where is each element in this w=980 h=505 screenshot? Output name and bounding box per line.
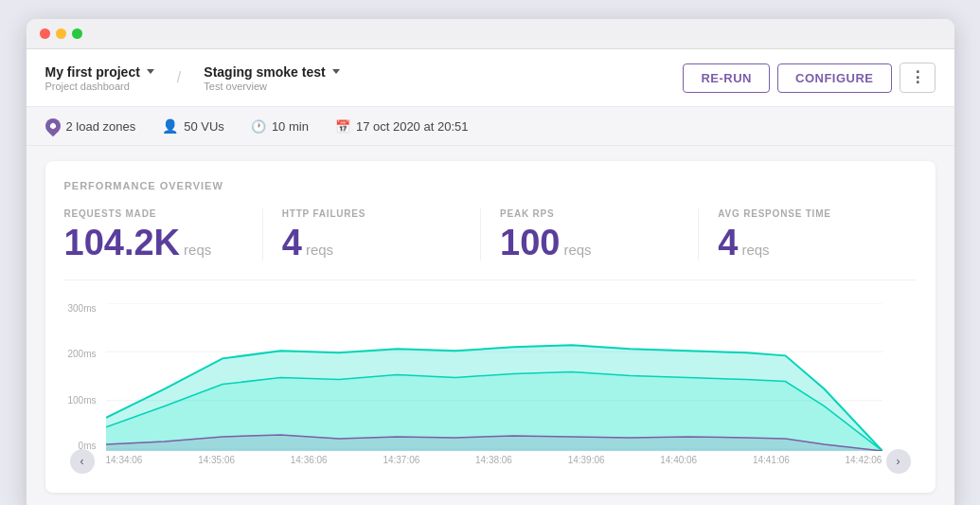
x-label-0: 14:34:06 [106,455,143,474]
window-close-dot[interactable] [40,28,50,39]
stat-rps-label: PEAK RPS [500,208,679,219]
title-bar [27,19,954,49]
chart-prev-button[interactable]: ‹ [70,449,95,474]
vus-item: 👤 50 VUs [162,118,224,134]
calendar-icon: 📅 [335,119,350,134]
header-breadcrumb: My first project Project dashboard / Sta… [45,64,340,92]
location-icon [45,118,61,134]
x-label-2: 14:36:06 [291,455,328,474]
stat-rps-value: 100 reqs [500,225,679,261]
x-label-6: 14:40:06 [660,455,697,474]
stat-http-failures: HTTP FAILURES 4 reqs [282,208,481,261]
project-breadcrumb[interactable]: My first project Project dashboard [45,64,154,92]
stats-row: REQUESTS MADE 104.2K reqs HTTP FAILURES … [64,208,917,280]
more-button[interactable]: ⋮ [900,63,935,93]
vus-label: 50 VUs [184,119,224,134]
stat-requests-made: REQUESTS MADE 104.2K reqs [64,208,263,261]
y-label-200: 200ms [64,349,102,359]
test-chevron-icon [332,69,340,74]
stat-response-label: AVG RESPONSE TIME [718,208,897,219]
y-label-100: 100ms [64,395,102,406]
stat-failures-label: HTTP FAILURES [282,208,461,219]
project-chevron-icon [147,69,154,74]
chart-plot [106,303,882,451]
y-label-300: 300ms [64,303,102,314]
load-zones-item: 2 load zones [45,118,136,134]
load-zones-label: 2 load zones [66,119,136,134]
stat-peak-rps: PEAK RPS 100 reqs [500,208,699,261]
chart-x-axis: 14:34:06 14:35:06 14:36:06 14:37:06 14:3… [106,455,882,474]
test-breadcrumb[interactable]: Staging smoke test Test overview [204,64,339,92]
chart-area: 300ms 200ms 100ms 0ms [64,303,917,474]
stat-response-value: 4 reqs [718,225,897,261]
meta-bar: 2 load zones 👤 50 VUs 🕐 10 min 📅 17 oct … [27,107,954,146]
x-label-3: 14:37:06 [383,455,419,474]
duration-label: 10 min [272,119,309,134]
breadcrumb-divider: / [177,69,181,86]
header-actions: RE-RUN CONFIGURE ⋮ [683,63,935,93]
chart-next-button[interactable]: › [886,449,911,474]
test-subtitle: Test overview [204,81,339,92]
users-icon: 👤 [162,118,178,134]
main-content: PERFORMANCE OVERVIEW REQUESTS MADE 104.2… [27,146,954,505]
x-label-5: 14:39:06 [568,455,605,474]
date-item: 📅 17 oct 2020 at 20:51 [335,119,469,134]
window-maximize-dot[interactable] [72,28,82,39]
rerun-button[interactable]: RE-RUN [683,63,770,93]
configure-button[interactable]: CONFIGURE [777,63,892,93]
header: My first project Project dashboard / Sta… [27,49,954,107]
duration-item: 🕐 10 min [251,119,309,134]
stat-failures-value: 4 reqs [282,225,461,261]
perf-title: PERFORMANCE OVERVIEW [64,180,917,191]
x-label-7: 14:41:06 [753,455,790,474]
app-window: My first project Project dashboard / Sta… [27,19,954,505]
performance-card: PERFORMANCE OVERVIEW REQUESTS MADE 104.2… [45,161,935,493]
location-pin-icon [42,116,63,137]
stat-requests-value: 104.2K reqs [64,225,243,261]
stat-avg-response: AVG RESPONSE TIME 4 reqs [718,208,916,261]
date-label: 17 oct 2020 at 20:51 [356,119,469,134]
window-minimize-dot[interactable] [56,28,66,39]
x-label-1: 14:35:06 [198,455,235,474]
chart-svg [106,303,882,451]
x-label-4: 14:38:06 [475,455,512,474]
project-name[interactable]: My first project [45,64,154,80]
x-label-8: 14:42:06 [846,455,882,474]
chart-y-axis: 300ms 200ms 100ms 0ms [64,303,102,451]
test-name[interactable]: Staging smoke test [204,64,339,80]
clock-icon: 🕐 [251,119,266,134]
stat-requests-label: REQUESTS MADE [64,208,243,219]
project-subtitle: Project dashboard [45,81,154,92]
